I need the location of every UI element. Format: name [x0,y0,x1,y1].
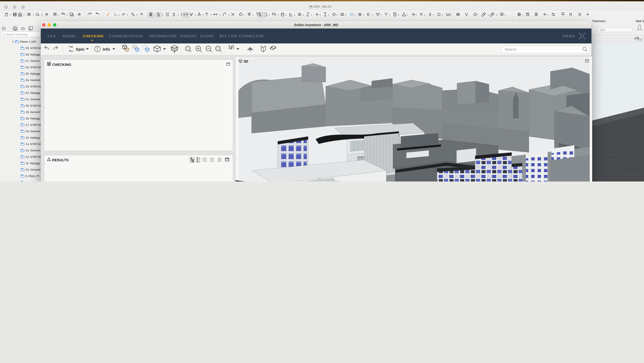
svg-text:Info: Info [102,47,110,51]
svg-text:Search: Search [504,47,516,51]
svg-text:3D: 3D [244,59,248,63]
svg-text:Spin: Spin [76,47,84,51]
